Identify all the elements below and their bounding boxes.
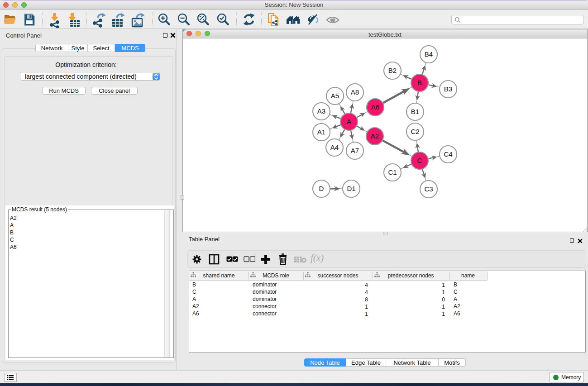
svg-text:B3: B3 — [444, 85, 452, 93]
svg-text:A2: A2 — [371, 132, 379, 140]
svg-text:A7: A7 — [351, 147, 359, 154]
svg-text:A6: A6 — [371, 103, 379, 111]
svg-text:B4: B4 — [425, 50, 433, 58]
svg-text:C3: C3 — [424, 185, 433, 193]
svg-text:A4: A4 — [330, 143, 339, 151]
svg-text:B1: B1 — [411, 108, 419, 115]
svg-text:A8: A8 — [351, 88, 359, 96]
svg-text:A1: A1 — [317, 128, 325, 136]
svg-text:B: B — [417, 79, 422, 86]
svg-text:C: C — [417, 157, 422, 164]
svg-text:B2: B2 — [388, 67, 397, 74]
svg-text:C1: C1 — [388, 168, 397, 176]
svg-text:A5: A5 — [331, 92, 339, 100]
svg-text:D1: D1 — [347, 185, 355, 192]
svg-text:C4: C4 — [444, 150, 452, 158]
svg-text:D: D — [319, 185, 324, 192]
svg-text:A: A — [347, 118, 351, 125]
svg-text:A3: A3 — [317, 107, 325, 115]
svg-text:C2: C2 — [411, 128, 419, 135]
